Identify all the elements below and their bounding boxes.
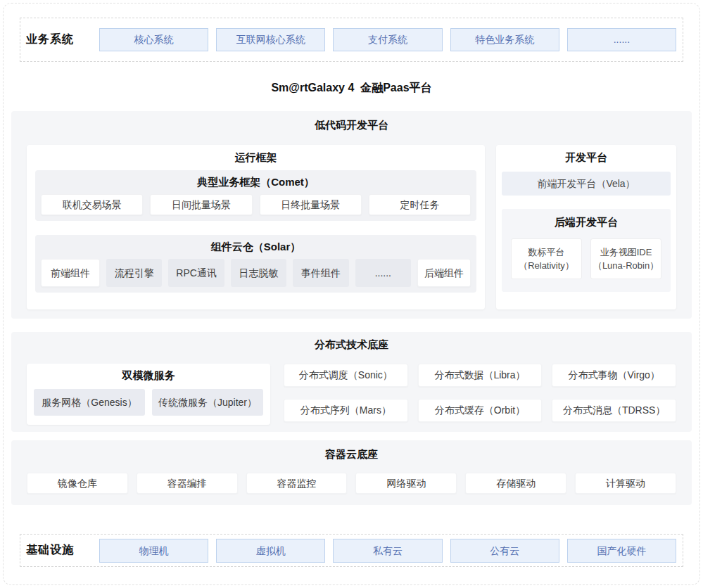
data-standard-platform-name: 数标平台 <box>512 245 581 259</box>
dual-mode-microservices-title: 双模微服务 <box>34 369 263 383</box>
image-registry-box: 镜像仓库 <box>27 473 128 494</box>
solar-chip-process-engine: 流程引擎 <box>106 259 162 287</box>
comet-scenarios-row: 联机交易场景 日间批量场景 日终批量场景 定时任务 <box>41 194 471 215</box>
comet-scenario-online-trading: 联机交易场景 <box>41 194 143 215</box>
business-system-internet-core: 互联网核心系统 <box>216 28 325 51</box>
architecture-page: { "page": { "title": "Sm@rtGalaxy 4\u00a… <box>0 0 703 588</box>
comet-panel-title: 典型业务框架（Comet） <box>41 175 471 194</box>
dual-mode-microservices-card: 双模微服务 服务网格（Genesis） 传统微服务（Jupiter） <box>27 364 270 425</box>
solar-chip-event-components: 事件组件 <box>293 259 348 287</box>
backend-dev-platform-title: 后端开发平台 <box>511 215 661 238</box>
dual-mode-chips-row: 服务网格（Genesis） 传统微服务（Jupiter） <box>34 389 263 416</box>
low-code-platform-section: 低代码开发平台 运行框架 典型业务框架（Comet） 联机交易场景 日间批量场景… <box>11 111 692 319</box>
business-systems-buttons: 核心系统 互联网核心系统 支付系统 特色业务系统 ...... <box>99 28 676 51</box>
business-system-core: 核心系统 <box>99 28 208 51</box>
container-monitoring-box: 容器监控 <box>246 473 348 494</box>
container-cloud-title: 容器云底座 <box>27 447 676 461</box>
data-standard-platform-codename: （Relativity） <box>512 259 581 272</box>
distributed-content-row: 双模微服务 服务网格（Genesis） 传统微服务（Jupiter） 分布式调度… <box>27 364 676 425</box>
runtime-framework-card: 运行框架 典型业务框架（Comet） 联机交易场景 日间批量场景 日终批量场景 … <box>27 145 485 309</box>
dev-platform-card: 开发平台 前端开发平台（Vela） 后端开发平台 数标平台 （Relativit… <box>496 145 676 309</box>
solar-chip-more: ...... <box>355 259 411 287</box>
container-cloud-row: 镜像仓库 容器编排 容器监控 网络驱动 存储驱动 计算驱动 <box>27 473 676 494</box>
dev-platform-title: 开发平台 <box>502 151 671 165</box>
infrastructure-label: 基础设施 <box>26 543 99 558</box>
distributed-cache-orbit: 分布式缓存（Orbit） <box>418 399 543 422</box>
distributed-sequence-mars: 分布式序列（Mars） <box>284 399 408 422</box>
distributed-messaging-tdrss: 分布式消息（TDRSS） <box>552 399 676 422</box>
solar-components-row: 前端组件 流程引擎 RPC通讯 日志脱敏 事件组件 ...... 后端组件 <box>41 259 471 287</box>
business-system-payment: 支付系统 <box>333 28 442 51</box>
solar-backend-components: 后端组件 <box>417 259 471 287</box>
page-title: Sm@rtGalaxy 4 金融Paas平台 <box>0 80 703 96</box>
business-view-ide-name: 业务视图IDE <box>591 245 661 259</box>
runtime-framework-title: 运行框架 <box>35 151 476 165</box>
distributed-base-section: 分布式技术底座 双模微服务 服务网格（Genesis） 传统微服务（Jupite… <box>11 332 692 432</box>
backend-dev-platform-boxes: 数标平台 （Relativity） 业务视图IDE （Luna-Robin） <box>511 238 661 279</box>
network-driver-box: 网络驱动 <box>355 473 457 494</box>
private-cloud-button: 私有云 <box>333 539 442 563</box>
business-view-ide-luna-robin: 业务视图IDE （Luna-Robin） <box>590 238 661 279</box>
traditional-microservices-jupiter: 传统微服务（Jupiter） <box>152 389 263 416</box>
public-cloud-button: 公有云 <box>450 539 559 563</box>
physical-machine-button: 物理机 <box>99 539 208 563</box>
comet-panel: 典型业务框架（Comet） 联机交易场景 日间批量场景 日终批量场景 定时任务 <box>35 170 476 221</box>
solar-panel: 组件云仓（Solar） 前端组件 流程引擎 RPC通讯 日志脱敏 事件组件 ..… <box>35 235 476 293</box>
virtual-machine-button: 虚拟机 <box>216 539 325 563</box>
business-system-special: 特色业务系统 <box>450 28 559 51</box>
data-standard-platform-relativity: 数标平台 （Relativity） <box>511 238 582 279</box>
comet-scenario-scheduled-task: 定时任务 <box>369 194 471 215</box>
comet-scenario-daytime-batch: 日间批量场景 <box>150 194 252 215</box>
comet-scenario-eod-batch: 日终批量场景 <box>260 194 362 215</box>
frontend-dev-platform-vela: 前端开发平台（Vela） <box>502 172 671 196</box>
business-systems-label: 业务系统 <box>26 32 99 47</box>
backend-dev-platform-panel: 后端开发平台 数标平台 （Relativity） 业务视图IDE （Luna-R… <box>502 209 671 292</box>
low-code-cards-row: 运行框架 典型业务框架（Comet） 联机交易场景 日间批量场景 日终批量场景 … <box>27 145 676 309</box>
solar-frontend-components: 前端组件 <box>41 259 100 287</box>
service-mesh-genesis: 服务网格（Genesis） <box>34 389 145 416</box>
distributed-services-grid: 分布式调度（Sonic） 分布式数据（Libra） 分布式事物（Virgo） 分… <box>284 364 676 425</box>
business-system-more: ...... <box>567 28 676 51</box>
infrastructure-buttons: 物理机 虚拟机 私有云 公有云 国产化硬件 <box>99 539 676 563</box>
business-view-ide-codename: （Luna-Robin） <box>591 259 661 272</box>
distributed-transaction-virgo: 分布式事物（Virgo） <box>552 364 676 387</box>
container-cloud-section: 容器云底座 镜像仓库 容器编排 容器监控 网络驱动 存储驱动 计算驱动 <box>11 440 692 505</box>
container-orchestration-box: 容器编排 <box>137 473 238 494</box>
low-code-platform-title: 低代码开发平台 <box>27 118 676 132</box>
storage-driver-box: 存储驱动 <box>465 473 566 494</box>
compute-driver-box: 计算驱动 <box>575 473 676 494</box>
solar-panel-title: 组件云仓（Solar） <box>41 240 471 259</box>
distributed-base-title: 分布式技术底座 <box>27 338 676 352</box>
domestic-hardware-button: 国产化硬件 <box>567 539 676 563</box>
solar-chip-rpc: RPC通讯 <box>168 259 224 287</box>
solar-chip-log-masking: 日志脱敏 <box>231 259 286 287</box>
distributed-scheduling-sonic: 分布式调度（Sonic） <box>284 364 408 387</box>
infrastructure-row: 基础设施 物理机 虚拟机 私有云 公有云 国产化硬件 <box>20 534 683 567</box>
business-systems-row: 业务系统 核心系统 互联网核心系统 支付系统 特色业务系统 ...... <box>20 18 683 62</box>
distributed-data-libra: 分布式数据（Libra） <box>418 364 543 387</box>
